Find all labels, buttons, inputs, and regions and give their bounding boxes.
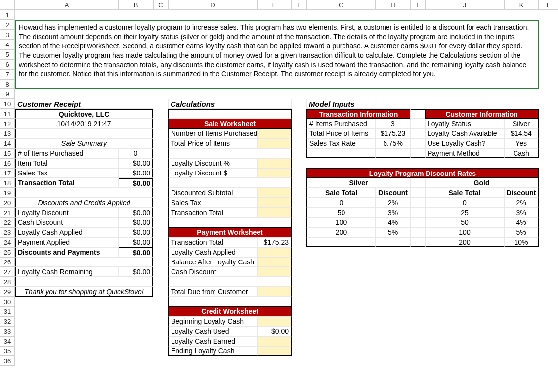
- row-header-20[interactable]: 20: [0, 198, 15, 208]
- gold-t4[interactable]: 200: [425, 237, 504, 247]
- credit-used-val[interactable]: $0.00: [257, 326, 292, 336]
- gold-d2[interactable]: 4%: [504, 218, 539, 227]
- row-header-14[interactable]: 14: [0, 138, 15, 148]
- gold-t0[interactable]: 0: [425, 198, 504, 208]
- row-header-32[interactable]: 32: [0, 316, 15, 326]
- col-header-J[interactable]: J: [425, 0, 504, 10]
- gold-t2[interactable]: 50: [425, 218, 504, 227]
- row-header-10[interactable]: 10: [0, 99, 15, 109]
- total-price-items-val[interactable]: $175.23: [376, 129, 410, 138]
- row-header-22[interactable]: 22: [0, 218, 15, 227]
- col-header-K[interactable]: K: [504, 0, 539, 10]
- col-header-A[interactable]: A: [15, 0, 119, 10]
- pay-balance-input[interactable]: [257, 257, 292, 267]
- ldp-input[interactable]: [257, 158, 292, 168]
- row-header-15[interactable]: 15: [0, 148, 15, 158]
- row-header-18[interactable]: 18: [0, 178, 15, 188]
- silver-t0[interactable]: 0: [306, 198, 376, 208]
- row-header-34[interactable]: 34: [0, 336, 15, 346]
- silver-d3[interactable]: 5%: [376, 227, 410, 237]
- pay-lca-input[interactable]: [257, 247, 292, 257]
- row-header-7[interactable]: 7: [0, 69, 15, 79]
- row-header-36[interactable]: 36: [0, 356, 15, 366]
- payment-val[interactable]: $0.00: [119, 237, 153, 247]
- row-header-8[interactable]: 8: [0, 79, 15, 89]
- gold-t1[interactable]: 25: [425, 208, 504, 218]
- use-cash-val[interactable]: Yes: [504, 138, 539, 148]
- pay-trans-total-val[interactable]: $175.23: [257, 237, 292, 247]
- credit-ending-input[interactable]: [257, 346, 292, 356]
- gold-d3[interactable]: 5%: [504, 227, 539, 237]
- row-header-24[interactable]: 24: [0, 237, 15, 247]
- row-header-19[interactable]: 19: [0, 188, 15, 198]
- row-header-3[interactable]: 3: [0, 30, 15, 40]
- silver-t3[interactable]: 200: [306, 227, 376, 237]
- col-header-H[interactable]: H: [376, 0, 410, 10]
- silver-t1[interactable]: 50: [306, 208, 376, 218]
- silver-d0[interactable]: 2%: [376, 198, 410, 208]
- dp-total-val[interactable]: $0.00: [119, 247, 153, 257]
- row-header-4[interactable]: 4: [0, 40, 15, 49]
- row-header-23[interactable]: 23: [0, 227, 15, 237]
- row-header-17[interactable]: 17: [0, 168, 15, 178]
- sales-tax-val[interactable]: $0.00: [119, 168, 153, 178]
- credit-begin-input[interactable]: [257, 316, 292, 326]
- row-header-27[interactable]: 27: [0, 267, 15, 277]
- item-total-val[interactable]: $0.00: [119, 158, 153, 168]
- loyalty-cash-val[interactable]: $0.00: [119, 227, 153, 237]
- gold-t3[interactable]: 100: [425, 227, 504, 237]
- pay-total-due-input[interactable]: [257, 287, 292, 297]
- row-header-21[interactable]: 21: [0, 208, 15, 218]
- row-header-2[interactable]: 2: [0, 20, 15, 30]
- items-val[interactable]: 0: [119, 148, 153, 158]
- col-header-B[interactable]: B: [119, 0, 153, 10]
- row-header-25[interactable]: 25: [0, 247, 15, 257]
- col-header-L[interactable]: L: [539, 0, 558, 10]
- row-header-31[interactable]: 31: [0, 306, 15, 316]
- row-header-9[interactable]: 9: [0, 89, 15, 99]
- col-header-D[interactable]: D: [168, 0, 257, 10]
- silver-t2[interactable]: 100: [306, 218, 376, 227]
- disc-sub-input[interactable]: [257, 188, 292, 198]
- row-header-5[interactable]: 5: [0, 49, 15, 59]
- spreadsheet-grid[interactable]: A B C D E F G H I J K L Howard has imple…: [0, 0, 558, 366]
- avail-val[interactable]: $14.54: [504, 129, 539, 138]
- col-header-C[interactable]: C: [153, 0, 168, 10]
- status-val[interactable]: Silver: [504, 119, 539, 129]
- method-val[interactable]: Cash: [504, 148, 539, 158]
- row-header-29[interactable]: 29: [0, 287, 15, 297]
- col-header-G[interactable]: G: [306, 0, 376, 10]
- row-header-16[interactable]: 16: [0, 158, 15, 168]
- row-header-30[interactable]: 30: [0, 297, 15, 306]
- row-header-28[interactable]: 28: [0, 277, 15, 287]
- ldd-input[interactable]: [257, 168, 292, 178]
- col-header-E[interactable]: E: [257, 0, 292, 10]
- num-items-input[interactable]: [257, 129, 292, 138]
- credit-earned-input[interactable]: [257, 336, 292, 346]
- row-header-1[interactable]: 1: [0, 10, 15, 20]
- row-header-11[interactable]: 11: [0, 109, 15, 119]
- cash-disc-val[interactable]: $0.00: [119, 218, 153, 227]
- gold-d4[interactable]: 10%: [504, 237, 539, 247]
- silver-d1[interactable]: 3%: [376, 208, 410, 218]
- gold-d0[interactable]: 2%: [504, 198, 539, 208]
- total-price-input[interactable]: [257, 138, 292, 148]
- row-header-13[interactable]: 13: [0, 129, 15, 138]
- remaining-val[interactable]: $0.00: [119, 267, 153, 277]
- calc-trans-total-input[interactable]: [257, 208, 292, 218]
- col-header-I[interactable]: I: [410, 0, 425, 10]
- pay-cash-disc-input[interactable]: [257, 267, 292, 277]
- row-header-33[interactable]: 33: [0, 326, 15, 336]
- row-header-26[interactable]: 26: [0, 257, 15, 267]
- trans-total-val[interactable]: $0.00: [119, 178, 153, 188]
- calc-sales-tax-input[interactable]: [257, 198, 292, 208]
- col-header-F[interactable]: F: [292, 0, 306, 10]
- row-header-6[interactable]: 6: [0, 59, 15, 69]
- tax-rate-val[interactable]: 6.75%: [376, 138, 410, 148]
- loyalty-disc-val[interactable]: $0.00: [119, 208, 153, 218]
- row-header-35[interactable]: 35: [0, 346, 15, 356]
- row-header-12[interactable]: 12: [0, 119, 15, 129]
- silver-d2[interactable]: 4%: [376, 218, 410, 227]
- items-purch-val[interactable]: 3: [376, 119, 410, 129]
- gold-d1[interactable]: 3%: [504, 208, 539, 218]
